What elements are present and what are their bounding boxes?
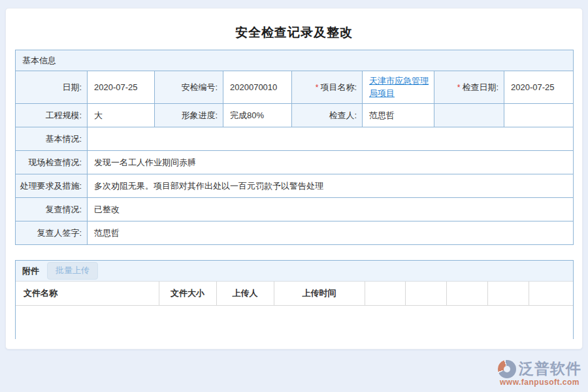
files-table: 文件名称 文件大小 上传人 上传时间 — [16, 282, 573, 306]
batch-upload-button[interactable]: 批量上传 — [47, 262, 98, 280]
attachments-title: 附件 — [22, 265, 39, 277]
site-check-label: 现场检查情况: — [16, 151, 88, 174]
date-value: 2020-07-25 — [88, 71, 155, 104]
inspector-value: 范思哲 — [363, 104, 434, 127]
basic-situation-label: 基本情况: — [16, 127, 88, 151]
recheck-label: 复查情况: — [16, 198, 88, 221]
col-empty-4 — [487, 282, 529, 305]
files-table-empty-body — [16, 306, 573, 339]
scale-label: 工程规模: — [16, 104, 88, 127]
check-date-label-text: 检查日期: — [462, 82, 498, 92]
fanpu-logo-icon — [498, 360, 516, 378]
date-label: 日期: — [16, 71, 88, 104]
check-date-value: 2020-07-25 — [504, 71, 574, 104]
required-asterisk: * — [457, 83, 461, 92]
scale-value: 大 — [88, 104, 155, 127]
vendor-website-url: www.fanpusoft.com — [500, 378, 580, 387]
required-asterisk: * — [316, 83, 319, 92]
basic-situation-value — [88, 127, 574, 151]
empty-label-cell — [434, 104, 504, 127]
check-date-label: *检查日期: — [434, 71, 504, 104]
recheck-value: 已整改 — [88, 198, 574, 221]
col-empty-5 — [529, 282, 573, 305]
col-upload-time: 上传时间 — [274, 282, 365, 305]
page-title: 安全检查记录及整改 — [6, 8, 582, 41]
col-empty-3 — [446, 282, 487, 305]
check-no-value: 2020070010 — [223, 71, 292, 104]
measures-value: 多次劝阻无果。项目部对其作出处以一百元罚款予以警告处理 — [88, 174, 574, 198]
basic-info-table: 基本信息 日期: 2020-07-25 安检编号: 2020070010 *项目… — [15, 50, 574, 245]
content-panel: 安全检查记录及整改 基本信息 日期: 2020-07-25 安检编号: 2020… — [5, 8, 583, 350]
check-no-label: 安检编号: — [155, 71, 223, 104]
progress-value: 完成80% — [223, 104, 292, 127]
progress-label: 形象进度: — [155, 104, 223, 127]
attachments-section: 附件 批量上传 文件名称 文件大小 上传人 上传时间 — [15, 260, 574, 339]
project-name-link[interactable]: 天津市应急管理局项目 — [369, 75, 430, 100]
empty-value-cell — [504, 104, 574, 127]
col-file-size: 文件大小 — [159, 282, 216, 305]
vendor-logo: 泛普软件 www.fanpusoft.com — [498, 359, 581, 387]
col-uploader: 上传人 — [216, 282, 274, 305]
measures-label: 处理要求及措施: — [16, 174, 88, 198]
project-name-label-text: 项目名称: — [320, 82, 357, 92]
col-file-name: 文件名称 — [16, 282, 159, 305]
vendor-brand-name: 泛普软件 — [519, 359, 581, 379]
col-empty-2 — [405, 282, 446, 305]
project-name-cell: 天津市应急管理局项目 — [363, 71, 434, 104]
basic-info-section-header: 基本信息 — [16, 50, 574, 71]
project-name-label: *项目名称: — [292, 71, 363, 104]
recheck-sign-value: 范思哲 — [88, 221, 574, 245]
recheck-sign-label: 复查人签字: — [16, 221, 88, 245]
site-check-value: 发现一名工人作业期间赤膊 — [88, 151, 574, 174]
col-empty-1 — [365, 282, 405, 305]
attachments-header-bar: 附件 批量上传 — [16, 261, 573, 282]
inspector-label: 检查人: — [292, 104, 363, 127]
